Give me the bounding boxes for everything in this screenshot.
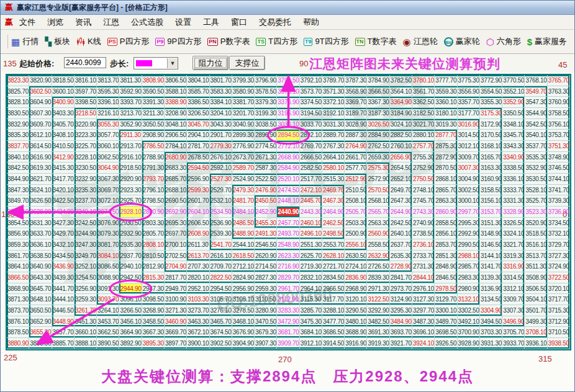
gann-cell: 2923.30 [119,185,142,196]
menu-item-帮助[interactable]: 帮助 [303,17,319,28]
gann-cell: 3451.30 [75,316,97,327]
gann-cell: 2632.90 [367,251,389,262]
menu-item-文件[interactable]: 文件 [19,17,35,28]
gann-cell: 2872.90 [435,152,457,163]
gann-cell: 3417.70 [52,174,75,185]
gann-cell: 2688.10 [165,185,187,196]
menu-item-江恩[interactable]: 江恩 [103,17,119,28]
gann-cell: 3292.90 [367,305,389,316]
toolbar-item-六角形[interactable]: ⬡六角形 [486,36,521,47]
gann-cell: 3060.10 [97,141,119,152]
gann-cell: 3187.30 [367,108,389,119]
gann-cell: 3556.90 [458,86,480,97]
angle-label-135: 135 [3,59,17,68]
gann-cell: 3580.90 [232,86,255,97]
gann-cell: 2750.50 [412,174,435,185]
menu-item-浏览[interactable]: 浏览 [47,17,63,28]
gann-cell: 3290.50 [345,305,367,316]
gann-cell: 2539.30 [210,228,232,239]
menu-item-资讯[interactable]: 资讯 [75,17,91,28]
gann-cell: 3492.10 [458,316,480,327]
gann-square-panel: 赢家江恩 QQ:100800360 3823.303820.903818.503… [6,74,571,350]
gann-cell: 3189.70 [345,108,367,119]
angle-label-315: 315 [538,354,552,363]
gann-cell: 2764.90 [345,141,367,152]
gann-cell: 2947.30 [142,283,165,295]
gann-cell: 3878.50 [7,327,29,338]
support-button[interactable]: 支撑位 [229,56,265,70]
step-color-dropdown[interactable]: ▼ [134,57,178,69]
gann-cell: 2618.50 [232,251,255,262]
toolbar-item-9P四方形[interactable]: P99P四方形 [155,36,201,47]
gann-cell: 3669.70 [165,327,187,338]
gann-cell: 2515.30 [322,174,345,185]
gann-cell: 2572.90 [367,174,389,185]
gann-cell: 2479.30 [232,185,255,196]
menu-item-公式选股[interactable]: 公式选股 [131,17,163,28]
gann-cell: 3261.70 [75,305,97,316]
toolbar: ▦行情▚板块K线PSP四方形P99P四方形PNP数字表TST四方形T99T四方形… [1,30,574,54]
gann-cell: 3458.50 [142,316,165,327]
gann-cell: 2484.10 [232,207,255,218]
toolbar-item-K线[interactable]: K线 [76,36,101,47]
gann-cell: 3592.90 [119,86,142,97]
gann-cell: 2918.50 [119,163,142,174]
gann-cell: 3578.50 [255,86,277,97]
gann-cell: 2464.90 [322,207,345,218]
gann-cell: 3667.30 [142,327,165,338]
gann-cell: 3057.70 [97,130,119,141]
gann-cell: 2808.10 [142,239,165,251]
toolbar-item-P四方形[interactable]: PSP四方形 [107,36,150,47]
toolbar-item-行情[interactable]: ▦行情 [11,36,38,47]
toolbar-item-label: P数字表 [220,36,250,47]
toolbar-item-T数字表[interactable]: TNT数字表 [355,36,397,47]
menu-item-窗口[interactable]: 窗口 [231,17,247,28]
menu-item-工具[interactable]: 工具 [203,17,219,28]
gann-cell: 3494.50 [480,316,502,327]
gann-cell: 3897.70 [165,338,187,349]
resistance-button[interactable]: 阻力位 [192,56,229,70]
gann-cell: 3684.10 [300,327,322,338]
gann-cell: 2628.10 [322,251,345,262]
gann-cell: 3427.30 [52,218,75,229]
gann-cell: 3247.30 [75,239,97,251]
gann-cell: 2930.50 [119,218,142,229]
gann-cell: 2584.90 [277,163,299,174]
gann-cell: 3727.30 [548,251,570,262]
gann-cell: 3513.70 [525,251,547,262]
gann-cell: 3590.50 [142,86,165,97]
gann-cell: 3907.30 [255,338,277,349]
gann-cell: 2563.30 [367,218,389,229]
angle-label-225: 225 [4,353,17,362]
toolbar-item-赢家服务[interactable]: $赢家服务 [527,36,567,47]
gann-cell: 3902.50 [210,338,232,349]
gann-cell: 2853.70 [435,239,457,251]
gann-cell: 3355.30 [480,97,502,108]
menu-item-交易委托[interactable]: 交易委托 [259,17,291,28]
gann-cell: 3184.90 [390,108,412,119]
gann-cell: 2440.90 [277,207,299,218]
gann-cell: 3218.50 [75,108,97,119]
gann-cell: 2520.10 [277,174,299,185]
gann-cell: 2599.30 [187,185,209,196]
gann-cell: 3468.10 [232,316,255,327]
gann-cell: 3636.10 [29,239,52,251]
gann-cell: 3607.30 [29,108,52,119]
toolbar-item-9T四方形[interactable]: T99T四方形 [304,36,349,47]
start-price-input[interactable] [64,57,106,68]
gann-cell: 2596.90 [187,174,209,185]
toolbar-item-赢家轮[interactable]: Big赢家轮 [444,36,480,47]
menu-item-设置[interactable]: 设置 [175,17,191,28]
toolbar-item-P数字表[interactable]: PNP数字表 [207,36,250,47]
chevron-down-icon[interactable]: ▼ [167,58,178,68]
gann-cell: 2664.10 [322,152,345,163]
gann-cell: 2812.90 [142,261,165,272]
gann-cell: 2508.10 [345,195,367,207]
gann-cell: 3655.30 [29,327,52,338]
toolbar-item-T四方形[interactable]: TST四方形 [256,36,297,47]
gann-cell: 2620.90 [255,251,277,262]
toolbar-item-江恩轮[interactable]: ◉江恩轮 [403,36,438,47]
gann-cell: 3638.50 [29,251,52,262]
toolbar-item-板块[interactable]: ▚板块 [45,36,70,47]
gann-cell: 2661.70 [345,152,367,163]
